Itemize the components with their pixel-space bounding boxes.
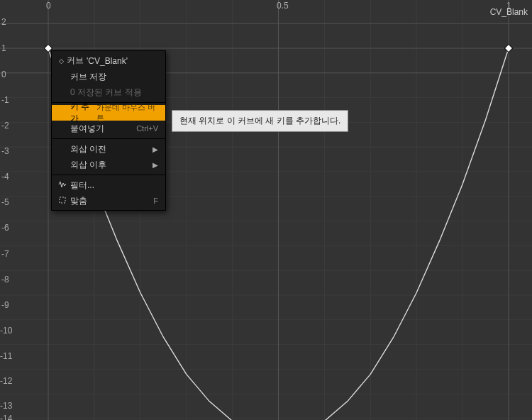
menu-apply-saved: 0 저장된 커브 적용 [52, 84, 165, 100]
keyframe-icon[interactable] [504, 44, 512, 52]
menu-separator [52, 175, 165, 175]
filter-icon [57, 180, 67, 191]
menu-title-name: 'CV_Blank' [87, 56, 128, 66]
chevron-right-icon: ▶ [153, 145, 158, 153]
curve-editor[interactable]: 00.51210-1-2-3-4-5-6-7-8-9-10-11-12-13-1… [0, 0, 532, 420]
menu-apply-saved-label: 0 저장된 커브 적용 [70, 87, 142, 99]
menu-extrap-pre[interactable]: 외삽 이전 ▶ [52, 141, 165, 157]
chevron-right-icon: ▶ [153, 161, 158, 169]
menu-paste[interactable]: 붙여넣기 Ctrl+V [52, 121, 165, 136]
tooltip: 현재 위치로 이 커브에 새 키를 추가합니다. [172, 110, 348, 132]
menu-extrap-post[interactable]: 외삽 이후 ▶ [52, 157, 165, 172]
menu-extrap-post-label: 외삽 이후 [70, 159, 106, 171]
menu-title-prefix: 커브 [67, 55, 84, 67]
svg-rect-29 [60, 197, 65, 203]
context-menu: ◇ 커브 'CV_Blank' 커브 저장 0 저장된 커브 적용 키 추가 가… [51, 50, 166, 211]
menu-fit[interactable]: 맞춤 F [52, 193, 165, 209]
tooltip-text: 현재 위치로 이 커브에 새 키를 추가합니다. [179, 116, 340, 126]
menu-fit-label: 맞춤 [70, 195, 87, 207]
fit-icon [57, 196, 67, 206]
menu-filter[interactable]: 필터... [52, 177, 165, 193]
menu-extrap-pre-label: 외삽 이전 [70, 143, 106, 155]
menu-separator [52, 138, 165, 139]
menu-fit-shortcut: F [153, 197, 158, 205]
context-menu-title: ◇ 커브 'CV_Blank' [52, 52, 165, 69]
menu-add-key[interactable]: 키 추가 가운데 마우스 버튼 [52, 105, 165, 121]
menu-save-curve[interactable]: 커브 저장 [52, 69, 165, 84]
diamond-icon: ◇ [59, 57, 64, 65]
menu-paste-label: 붙여넣기 [70, 123, 104, 135]
menu-paste-shortcut: Ctrl+V [136, 124, 158, 133]
menu-filter-label: 필터... [70, 179, 94, 192]
menu-save-label: 커브 저장 [70, 71, 106, 83]
